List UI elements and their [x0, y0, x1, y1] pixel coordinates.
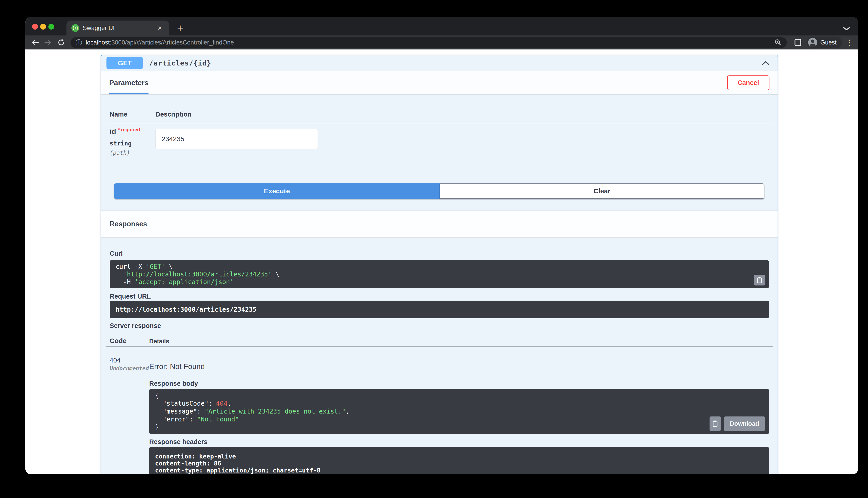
window-fullscreen-button[interactable]	[48, 24, 54, 30]
window-controls	[32, 24, 54, 30]
opblock-get-articles-id: GET /articles/{id} Parameters Cancel Nam…	[101, 55, 778, 474]
responses-title: Responses	[110, 220, 147, 228]
browser-tab[interactable]: Swagger UI	[66, 21, 169, 36]
copy-response-icon[interactable]	[710, 417, 721, 431]
page-url: localhost:3000/api/#/articles/ArticlesCo…	[86, 39, 234, 46]
browser-tab-strip: Swagger UI	[25, 17, 858, 36]
forward-arrow-icon[interactable]	[43, 37, 53, 48]
profile-name: Guest	[820, 39, 837, 46]
response-description: Error: Not Found	[149, 362, 205, 371]
desktop-background: Swagger UI localhost:3000/api/#/articles…	[0, 0, 868, 498]
browser-window: Swagger UI localhost:3000/api/#/articles…	[25, 17, 858, 474]
zoom-search-icon[interactable]	[774, 39, 782, 46]
status-code: 404	[110, 357, 120, 364]
back-arrow-icon[interactable]	[30, 37, 40, 48]
table-divider	[105, 123, 773, 123]
id-value-input[interactable]	[155, 129, 318, 149]
request-url-block: http://localhost:3000/articles/234235	[110, 301, 769, 318]
response-headers-label: Response headers	[149, 438, 207, 446]
clear-button[interactable]: Clear	[440, 183, 764, 199]
parameter-id: id* required string (path)	[110, 127, 140, 156]
chevron-down-icon[interactable]	[843, 27, 850, 31]
parameter-name: id	[110, 127, 116, 135]
undocumented-label: Undocumented	[110, 365, 149, 372]
new-tab-button[interactable]	[174, 22, 186, 34]
download-button[interactable]: Download	[724, 417, 765, 431]
response-headers-block: connection: keep-alivecontent-length: 86…	[149, 447, 769, 474]
opblock-header[interactable]: GET /articles/{id}	[101, 55, 778, 71]
tab-title: Swagger UI	[83, 25, 115, 31]
curl-label: Curl	[110, 250, 123, 257]
response-body-label: Response body	[149, 380, 198, 387]
name-column-header: Name	[110, 111, 127, 118]
required-badge: * required	[118, 127, 140, 132]
response-body-actions: Download	[710, 417, 765, 431]
avatar-icon	[808, 38, 817, 47]
code-column-header: Code	[110, 337, 127, 345]
response-body-block: Download { "statusCode": 404, "message":…	[149, 389, 769, 434]
http-method-badge: GET	[106, 57, 143, 69]
execute-button[interactable]: Execute	[114, 183, 440, 199]
endpoint-path: /articles/{id}	[149, 59, 211, 67]
profile-chip[interactable]: Guest	[807, 37, 842, 48]
tab-parameters[interactable]: Parameters	[109, 71, 149, 94]
cancel-button[interactable]: Cancel	[727, 76, 769, 90]
details-column-header: Details	[149, 338, 169, 345]
description-column-header: Description	[155, 111, 192, 118]
chevron-up-icon[interactable]	[759, 58, 772, 68]
parameters-section-header: Parameters Cancel	[101, 71, 778, 94]
responses-section-header: Responses	[101, 210, 778, 238]
site-info-icon[interactable]	[76, 39, 82, 46]
tab-close-icon[interactable]	[155, 24, 164, 32]
server-response-label: Server response	[110, 322, 161, 329]
reload-icon[interactable]	[56, 37, 66, 48]
browser-toolbar: localhost:3000/api/#/articles/ArticlesCo…	[25, 36, 858, 50]
request-url-label: Request URL	[110, 293, 151, 300]
curl-command-block: curl -X 'GET' \ 'http://localhost:3000/a…	[110, 260, 769, 288]
window-minimize-button[interactable]	[40, 24, 46, 30]
url-address-bar[interactable]: localhost:3000/api/#/articles/ArticlesCo…	[71, 37, 787, 48]
side-panel-icon[interactable]	[794, 39, 801, 46]
browser-menu-icon[interactable]	[845, 38, 854, 47]
parameter-type: string	[110, 140, 140, 147]
swagger-favicon-icon	[72, 24, 79, 32]
swagger-page: GET /articles/{id} Parameters Cancel Nam…	[25, 50, 858, 474]
response-table-divider	[105, 346, 773, 347]
window-close-button[interactable]	[32, 24, 38, 30]
copy-curl-icon[interactable]	[754, 275, 765, 286]
parameter-location: (path)	[110, 149, 140, 156]
